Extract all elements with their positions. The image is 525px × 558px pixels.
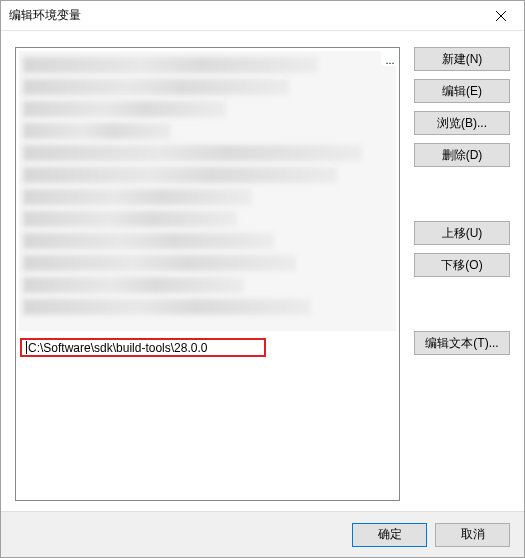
edit-button[interactable]: 编辑(E): [414, 79, 510, 103]
dialog-title: 编辑环境变量: [9, 7, 81, 24]
action-buttons: 新建(N) 编辑(E) 浏览(B)... 删除(D) 上移(U) 下移(O) 编…: [414, 47, 510, 501]
move-up-button[interactable]: 上移(U): [414, 221, 510, 245]
text-caret: [26, 341, 27, 354]
browse-button[interactable]: 浏览(B)...: [414, 111, 510, 135]
ok-button[interactable]: 确定: [352, 523, 427, 547]
titlebar: 编辑环境变量: [1, 1, 524, 31]
edit-text-button[interactable]: 编辑文本(T)...: [414, 331, 510, 355]
close-icon: [496, 11, 506, 21]
move-down-button[interactable]: 下移(O): [414, 253, 510, 277]
dialog-footer: 确定 取消: [1, 511, 524, 557]
dialog-content: ... C:\Software\sdk\build-tools\28.0.0 新…: [1, 31, 524, 511]
browse-ellipsis-button[interactable]: ...: [381, 48, 399, 66]
new-button[interactable]: 新建(N): [414, 47, 510, 71]
delete-button[interactable]: 删除(D): [414, 143, 510, 167]
cancel-button[interactable]: 取消: [435, 523, 510, 547]
editing-path-entry[interactable]: C:\Software\sdk\build-tools\28.0.0: [20, 338, 266, 357]
close-button[interactable]: [478, 1, 524, 31]
environment-variable-edit-dialog: 编辑环境变量 ...: [0, 0, 525, 558]
path-list[interactable]: ... C:\Software\sdk\build-tools\28.0.0: [15, 47, 400, 501]
obscured-entries: [19, 51, 396, 331]
path-value: C:\Software\sdk\build-tools\28.0.0: [28, 341, 207, 355]
